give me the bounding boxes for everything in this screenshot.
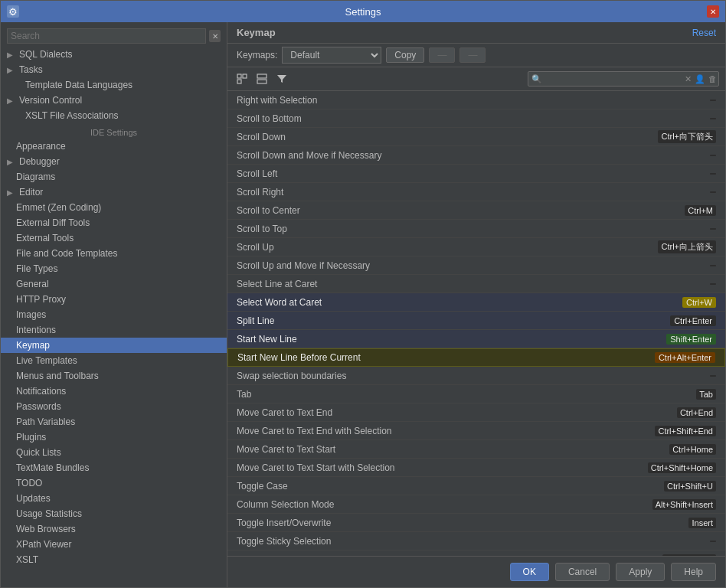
table-row[interactable]: Toggle Sticky Selection — [227, 532, 725, 550]
expand-all-button[interactable] — [234, 70, 250, 87]
sidebar-search-input[interactable] — [7, 28, 206, 44]
sidebar-search-clear[interactable]: ✕ — [209, 30, 221, 42]
row-shortcut — [710, 173, 716, 175]
sidebar-item-file-code-templates[interactable]: File and Code Templates — [1, 246, 227, 261]
sidebar-item-file-types[interactable]: File Types — [1, 261, 227, 276]
keymap-title: Keymap — [237, 27, 276, 38]
sidebar-item-images[interactable]: Images — [1, 307, 227, 322]
dialog-title: Settings — [19, 6, 707, 18]
sidebar-item-general[interactable]: General — [1, 276, 227, 292]
sidebar-item-path-variables[interactable]: Path Variables — [1, 414, 227, 430]
table-row-start-new-line[interactable]: Start New Line Shift+Enter — [227, 330, 725, 348]
table-row-select-word[interactable]: Select Word at Caret Ctrl+W — [227, 293, 725, 312]
sidebar-item-plugins[interactable]: Plugins — [1, 430, 227, 445]
reset-button[interactable]: Reset — [692, 28, 716, 38]
sidebar-item-label: Appearance — [16, 141, 66, 152]
sidebar-item-keymap[interactable]: Keymap — [1, 338, 227, 353]
search-input[interactable] — [545, 72, 683, 86]
table-row[interactable]: Scroll to Top — [227, 220, 725, 238]
row-action-name: Start New Line Before Current — [237, 352, 655, 363]
sidebar-item-version-control[interactable]: ▶ Version Control — [1, 93, 227, 108]
table-row[interactable]: Move Caret to Text Start with Selection … — [227, 459, 725, 477]
sidebar-item-menus-toolbars[interactable]: Menus and Toolbars — [1, 368, 227, 384]
row-action-name: Column Selection Mode — [237, 499, 652, 510]
collapse-all-button[interactable] — [253, 70, 270, 87]
sidebar-item-appearance[interactable]: Appearance — [1, 139, 227, 154]
sidebar-item-external-diff[interactable]: External Diff Tools — [1, 215, 227, 230]
sidebar-item-label: Passwords — [16, 401, 61, 412]
row-action-name: Swap selection boundaries — [237, 371, 710, 381]
help-button[interactable]: Help — [671, 563, 716, 581]
sidebar-item-updates[interactable]: Updates — [1, 491, 227, 506]
row-shortcut — [710, 191, 716, 193]
table-row[interactable]: Move Caret to Text End Ctrl+End — [227, 403, 725, 422]
sidebar-item-quick-lists[interactable]: Quick Lists — [1, 445, 227, 460]
table-row[interactable]: Right with Selection — [227, 91, 725, 109]
sidebar-item-template-data-languages[interactable]: Template Data Languages — [1, 77, 227, 93]
sidebar-item-label: File Types — [16, 263, 57, 274]
sidebar-item-label: External Diff Tools — [16, 217, 90, 228]
cancel-button[interactable]: Cancel — [555, 563, 610, 581]
apply-button[interactable]: Apply — [616, 563, 665, 581]
table-row[interactable]: Column Selection Mode Alt+Shift+Insert — [227, 495, 725, 514]
sidebar-item-usage-statistics[interactable]: Usage Statistics — [1, 506, 227, 521]
table-row[interactable]: Toggle Case Ctrl+Shift+U — [227, 477, 725, 495]
sidebar-item-xpath-viewer[interactable]: XPath Viewer — [1, 537, 227, 552]
sidebar-item-web-browsers[interactable]: Web Browsers — [1, 521, 227, 537]
content-area: ✕ ▶ SQL Dialects ▶ Tasks Template Data L… — [1, 22, 725, 587]
sidebar-item-live-templates[interactable]: Live Templates — [1, 353, 227, 368]
table-row[interactable]: Select Line at Caret — [227, 275, 725, 293]
sidebar-item-debugger[interactable]: ▶ Debugger — [1, 154, 227, 169]
row-shortcut: Shift+Enter — [666, 334, 716, 345]
table-row[interactable]: Scroll Down and Move if Necessary — [227, 146, 725, 165]
row-action-name: Scroll Down — [237, 132, 658, 142]
sidebar-item-emmet[interactable]: Emmet (Zen Coding) — [1, 200, 227, 215]
sidebar: ✕ ▶ SQL Dialects ▶ Tasks Template Data L… — [1, 22, 227, 587]
sidebar-item-notifications[interactable]: Notifications — [1, 384, 227, 399]
table-row[interactable]: Scroll Up Ctrl+向上箭头 — [227, 238, 725, 256]
table-row[interactable]: Scroll Left — [227, 165, 725, 183]
table-row[interactable]: Scroll to Center Ctrl+M — [227, 201, 725, 220]
table-row[interactable]: Move Caret to Text Start Ctrl+Home — [227, 440, 725, 459]
sidebar-item-external-tools[interactable]: External Tools — [1, 230, 227, 246]
table-row-start-new-line-before[interactable]: Start New Line Before Current Ctrl+Alt+E… — [227, 348, 725, 367]
table-row[interactable]: Scroll Down Ctrl+向下箭头 — [227, 128, 725, 146]
sidebar-item-editor[interactable]: ▶ Editor — [1, 185, 227, 200]
row-action-name: Move Caret to Text Start — [237, 444, 669, 455]
table-row[interactable]: Scroll Right — [227, 183, 725, 201]
sidebar-item-label: Usage Statistics — [16, 508, 82, 519]
ok-button[interactable]: OK — [510, 563, 549, 581]
expand-icon: ▶ — [7, 158, 13, 166]
sidebar-item-xslt[interactable]: XSLT — [1, 552, 227, 567]
filter-button[interactable] — [273, 70, 290, 87]
row-shortcut: Ctrl+End — [677, 407, 716, 418]
search-clear-icon[interactable]: ✕ — [683, 74, 693, 84]
sidebar-item-tasks[interactable]: ▶ Tasks — [1, 62, 227, 77]
sidebar-item-http-proxy[interactable]: HTTP Proxy — [1, 292, 227, 307]
table-row[interactable]: Scroll Up and Move if Necessary — [227, 256, 725, 275]
row-action-name: Scroll Left — [237, 168, 710, 179]
search-next-icon[interactable]: 🗑 — [707, 74, 718, 83]
search-prev-icon[interactable]: 👤 — [693, 74, 707, 84]
table-row[interactable]: Tab Tab — [227, 385, 725, 403]
sidebar-item-sql-dialects[interactable]: ▶ SQL Dialects — [1, 47, 227, 62]
sidebar-item-intentions[interactable]: Intentions — [1, 322, 227, 338]
table-row[interactable]: Move Caret to Text End with Selection Ct… — [227, 422, 725, 440]
svg-rect-1 — [243, 74, 247, 78]
sidebar-item-diagrams[interactable]: Diagrams — [1, 169, 227, 185]
table-row[interactable]: Unselect Word at Caret Ctrl+Shift+W — [227, 550, 725, 556]
row-shortcut — [710, 541, 716, 542]
keymaps-dropdown[interactable]: Default — [282, 47, 381, 64]
close-button[interactable]: ✕ — [707, 5, 719, 18]
row-action-name: Right with Selection — [237, 95, 710, 106]
sidebar-item-xslt-file-associations[interactable]: XSLT File Associations — [1, 108, 227, 123]
sidebar-item-todo[interactable]: TODO — [1, 475, 227, 491]
table-row[interactable]: Toggle Insert/Overwrite Insert — [227, 514, 725, 532]
table-row-split-line[interactable]: Split Line Ctrl+Enter — [227, 312, 725, 330]
sidebar-item-passwords[interactable]: Passwords — [1, 399, 227, 414]
table-row[interactable]: Swap selection boundaries — [227, 367, 725, 385]
table-row[interactable]: Scroll to Bottom — [227, 109, 725, 128]
sidebar-item-label: Images — [16, 309, 46, 320]
sidebar-item-textmate-bundles[interactable]: TextMate Bundles — [1, 460, 227, 475]
copy-button[interactable]: Copy — [386, 47, 424, 63]
